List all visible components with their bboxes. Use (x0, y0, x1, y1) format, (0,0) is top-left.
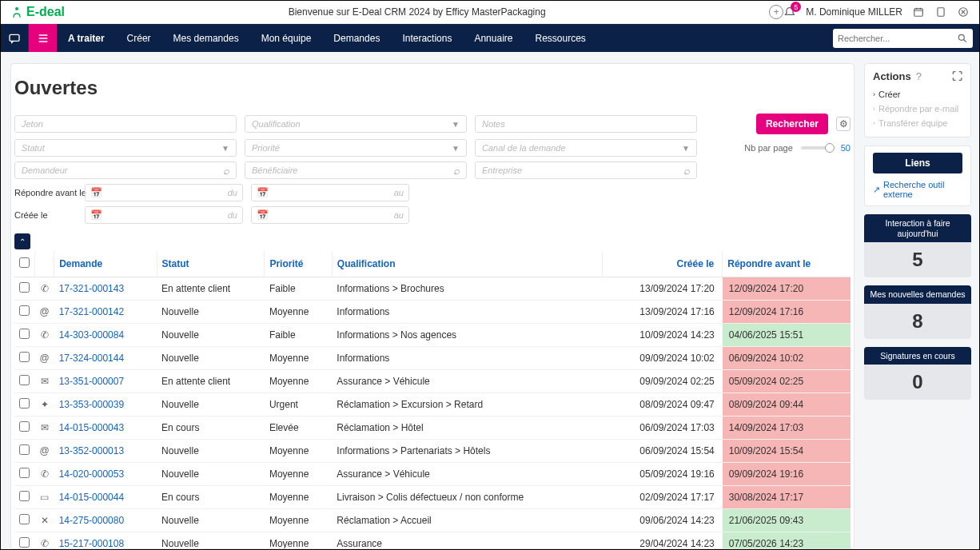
row-checkbox[interactable] (19, 514, 30, 524)
col-channel (35, 251, 54, 277)
request-link[interactable]: 14-275-000080 (59, 515, 124, 526)
cree-to-date[interactable]: 📅au (251, 206, 409, 224)
expand-icon[interactable]: ⛶ (952, 70, 962, 82)
row-checkbox[interactable] (19, 329, 30, 339)
cell-repondre: 06/09/2024 10:02 (723, 347, 851, 370)
cell-priorite: Faible (265, 277, 332, 301)
logo[interactable]: E-deal (10, 5, 65, 19)
svg-rect-1 (914, 9, 923, 16)
nb-slider[interactable] (801, 146, 833, 149)
demandeur-input[interactable]: ⌕ (14, 161, 237, 179)
priorite-select[interactable]: Priorité▼ (245, 139, 467, 157)
request-link[interactable]: 14-020-000053 (59, 468, 124, 480)
request-link[interactable]: 17-321-000142 (59, 306, 124, 317)
nav-item-mon-équipe[interactable]: Mon équipe (250, 24, 323, 52)
entreprise-input[interactable]: ⌕ (475, 161, 697, 179)
collapse-filters-icon[interactable]: ⌃ (14, 233, 30, 249)
col-demande[interactable]: Demande (54, 251, 157, 277)
request-link[interactable]: 14-015-000044 (59, 492, 124, 503)
cell-qualification: Réclamation > Accueil (332, 509, 602, 532)
row-checkbox[interactable] (19, 375, 30, 385)
cree-from-date[interactable]: 📅du (85, 206, 243, 224)
cell-statut: En cours (157, 416, 265, 440)
action-cr-er[interactable]: ›Créer (873, 87, 962, 102)
kpi-card[interactable]: Interaction à faire aujourd'hui5 (864, 214, 971, 277)
request-link[interactable]: 14-015-000043 (59, 422, 124, 433)
request-link[interactable]: 14-303-000084 (59, 329, 124, 341)
request-link[interactable]: 13-352-000013 (59, 445, 124, 456)
statut-select[interactable]: Statut▼ (14, 139, 237, 157)
col-statut[interactable]: Statut (157, 251, 265, 277)
nav-item-mes-demandes[interactable]: Mes demandes (162, 24, 250, 52)
select-all[interactable] (19, 257, 30, 268)
filters: Qualification▼ Rechercher ⚙ Statut▼ Prio… (11, 114, 854, 229)
cell-repondre: 30/08/2024 17:17 (723, 486, 851, 509)
qualification-select[interactable]: Qualification▼ (245, 115, 467, 133)
row-checkbox[interactable] (19, 468, 30, 478)
search-button[interactable]: Rechercher (756, 114, 828, 134)
request-link[interactable]: 17-321-000143 (59, 283, 124, 294)
svg-rect-2 (938, 8, 944, 17)
welcome-text: Bienvenue sur E-Deal CRM 2024 by Efficy … (65, 6, 769, 18)
menu-icon[interactable] (29, 24, 57, 52)
canal-select[interactable]: Canal de la demande▼ (475, 139, 697, 157)
row-checkbox[interactable] (19, 352, 30, 362)
col-priorite[interactable]: Priorité (265, 251, 332, 277)
action-r-pondre-par-e-mail: ›Répondre par e-mail (873, 102, 962, 116)
calendar-icon[interactable] (912, 6, 925, 18)
rep-from-date[interactable]: 📅du (85, 184, 243, 201)
repondre-label: Répondre avant le (14, 188, 77, 197)
notes-input[interactable] (475, 115, 697, 133)
kpi-card[interactable]: Mes nouvelles demandes8 (864, 285, 971, 339)
cell-statut: Nouvelle (157, 324, 265, 347)
request-link[interactable]: 13-353-000039 (59, 399, 124, 410)
close-icon[interactable] (957, 6, 970, 18)
cell-repondre: 14/09/2024 17:03 (723, 416, 851, 440)
nav-item-interactions[interactable]: Interactions (391, 24, 463, 52)
request-link[interactable]: 13-351-000007 (59, 376, 124, 387)
nav-item-annuaire[interactable]: Annuaire (463, 24, 524, 52)
search-input[interactable] (838, 34, 957, 43)
nav-item-créer[interactable]: Créer (116, 24, 162, 52)
links-button[interactable]: Liens (873, 153, 962, 173)
cell-priorite: Urgent (265, 393, 332, 416)
row-checkbox[interactable] (19, 444, 30, 455)
row-checkbox[interactable] (19, 491, 30, 501)
main-nav: A traiterCréerMes demandesMon équipeDema… (1, 24, 979, 52)
user-name[interactable]: M. Dominique MILLER (806, 6, 902, 18)
cell-qualification: Informations > Partenariats > Hôtels (332, 440, 602, 463)
global-search[interactable] (833, 29, 973, 48)
jeton-input[interactable] (14, 115, 237, 133)
col-creee[interactable]: Créée le (602, 251, 722, 277)
cell-creee: 09/06/2024 14:23 (602, 509, 722, 532)
request-link[interactable]: 17-324-000144 (59, 353, 124, 364)
request-link[interactable]: 15-217-000108 (59, 538, 124, 548)
chat-icon[interactable] (1, 24, 29, 52)
logo-text: E-deal (26, 5, 65, 19)
rep-to-date[interactable]: 📅au (251, 184, 409, 201)
nav-item-ressources[interactable]: Ressources (524, 24, 596, 52)
nav-item-demandes[interactable]: Demandes (322, 24, 391, 52)
help-icon[interactable]: ? (916, 70, 922, 82)
add-button[interactable]: + (769, 5, 783, 19)
cell-repondre: 21/06/2025 09:43 (723, 509, 851, 532)
cell-priorite: Moyenne (265, 509, 332, 532)
cell-creee: 09/09/2024 10:02 (602, 347, 722, 370)
notif-badge: 5 (791, 2, 801, 12)
col-repondre[interactable]: Répondre avant le (723, 251, 851, 277)
row-checkbox[interactable] (19, 282, 30, 293)
beneficiaire-input[interactable]: ⌕ (245, 161, 467, 179)
row-checkbox[interactable] (19, 398, 30, 409)
row-checkbox[interactable] (19, 421, 30, 432)
row-checkbox[interactable] (19, 305, 30, 316)
settings-icon[interactable]: ⚙ (836, 117, 851, 131)
svg-rect-4 (10, 34, 19, 41)
channel-icon: ✆ (35, 277, 54, 301)
external-search-link[interactable]: ↗Recherche outil externe (873, 180, 962, 199)
tablet-icon[interactable] (934, 6, 947, 18)
col-qualification[interactable]: Qualification (332, 251, 602, 277)
kpi-card[interactable]: Signatures en cours0 (864, 347, 971, 401)
row-checkbox[interactable] (19, 537, 30, 548)
notifications-icon[interactable]: 5 (783, 6, 796, 18)
nav-item-a-traiter[interactable]: A traiter (57, 24, 116, 52)
